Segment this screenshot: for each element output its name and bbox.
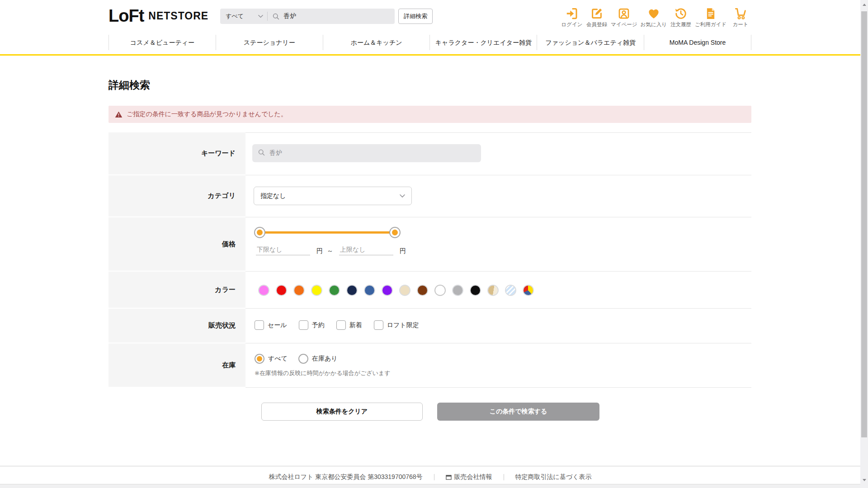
quick-link-label: お気に入り [641,21,667,28]
quick-link-mypage[interactable]: マイページ [611,6,637,28]
sales-status-checkboxes: セール予約新着ロフト限定 [255,320,751,330]
price-min-input[interactable] [256,244,310,255]
quick-link-order-history[interactable]: 注文履歴 [670,6,692,28]
nav-item-3[interactable]: キャラクター・クリエイター雑貨 [429,35,537,50]
checkbox-label: ロフト限定 [387,321,419,329]
keyword-label: キーワード [108,132,245,175]
search-icon [272,13,280,20]
quick-link-label: カート [732,21,748,28]
checkbox-option-0[interactable]: セール [255,320,287,330]
stock-note: ※在庫情報の反映に時間がかかる場合がございます [255,369,751,377]
logo-loft-text: LoFt [108,6,144,26]
error-message-box: ご指定の条件に一致する商品が見つかりませんでした。 [108,106,751,123]
price-slider-min-handle[interactable] [254,227,265,238]
radio-icon [298,354,308,364]
color-swatch-gold[interactable] [487,285,499,296]
header-search-input[interactable] [280,9,395,24]
history-icon [674,6,688,20]
chevron-down-icon [400,194,405,198]
checkbox-icon [374,320,383,330]
price-max-input[interactable] [339,244,393,255]
horizontal-scrollbar[interactable] [0,484,860,488]
radio-label: 在庫あり [312,355,338,363]
footer-inner: 株式会社ロフト 東京都公安委員会 第303319700768号 販売会社情報 特… [0,466,860,481]
checkbox-option-3[interactable]: ロフト限定 [374,320,419,330]
keyword-input[interactable] [265,150,476,157]
logo[interactable]: LoFt NETSTORE [108,6,208,26]
search-divider [267,12,268,21]
quick-link-label: 注文履歴 [670,21,691,28]
scrollbar-down-arrow[interactable] [860,477,868,483]
color-swatch-green[interactable] [329,285,340,296]
color-swatch-black[interactable] [470,285,481,296]
footer-link-commerce-law[interactable]: 特定商取引法に基づく表示 [515,473,592,481]
color-swatch-gray[interactable] [452,285,463,296]
quick-link-register[interactable]: 会員登録 [586,6,608,28]
color-swatch-purple[interactable] [382,285,393,296]
form-row-keyword: キーワード [108,132,751,175]
cart-icon [734,6,747,20]
checkbox-icon [299,320,308,330]
radio-option-0[interactable]: すべて [255,354,288,364]
checkbox-option-1[interactable]: 予約 [299,320,325,330]
quick-link-favorites[interactable]: お気に入り [641,6,667,28]
advanced-search-button[interactable]: 詳細検索 [398,9,433,24]
color-swatches [258,285,751,296]
search-submit-button[interactable]: この条件で検索する [437,403,599,421]
quick-link-label: ログイン [561,21,582,28]
category-select[interactable]: 指定なし [254,187,412,205]
footer-link-company-info[interactable]: 販売会社情報 [446,473,492,481]
checkbox-option-2[interactable]: 新着 [336,320,362,330]
quick-link-label: 会員登録 [586,21,607,28]
radio-option-1[interactable]: 在庫あり [298,354,338,364]
category-label: カテゴリ [108,175,245,217]
category-selected-value: 指定なし [260,192,286,200]
login-icon [565,6,579,20]
quick-link-guide[interactable]: ご利用ガイド [695,6,726,28]
checkbox-icon [255,320,264,330]
color-swatch-white[interactable] [434,285,446,296]
nav-item-1[interactable]: ステーショナリー [216,35,323,50]
color-swatch-pink[interactable] [258,285,269,296]
guide-icon [704,6,717,20]
search-category-value: すべて [226,12,244,20]
color-swatch-yellow[interactable] [311,285,322,296]
nav-item-4[interactable]: ファッション＆バラエティ雑貨 [537,35,644,50]
scrollbar-thumb[interactable] [861,11,867,437]
price-max-unit: 円 [400,247,406,255]
color-swatch-orange[interactable] [293,285,305,296]
footer-separator [434,474,434,480]
color-swatch-navy[interactable] [346,285,358,296]
color-swatch-brown[interactable] [417,285,428,296]
form-row-color: カラー [108,272,751,309]
quick-links: ログイン会員登録マイページお気に入り注文履歴ご利用ガイドカート [561,6,751,28]
price-range-slider [260,227,395,238]
clear-search-button[interactable]: 検索条件をクリア [261,403,423,421]
slider-track [260,231,395,234]
nav-item-0[interactable]: コスメ＆ビューティー [108,35,216,50]
footer-company-text: 株式会社ロフト 東京都公安委員会 第303319700768号 [269,473,422,481]
quick-link-cart[interactable]: カート [730,6,751,28]
chevron-down-icon [258,14,263,18]
advanced-search-form: キーワード カテゴリ 指定なし [108,132,751,388]
footer-separator [504,474,504,480]
color-swatch-beige[interactable] [399,285,410,296]
search-category-dropdown[interactable]: すべて [220,9,267,24]
color-swatch-multicolor[interactable] [523,285,534,296]
form-actions: 検索条件をクリア この条件で検索する [108,403,751,421]
price-label: 価格 [108,217,245,272]
color-label: カラー [108,272,245,309]
color-swatch-red[interactable] [276,285,287,296]
nav-item-2[interactable]: ホーム＆キッチン [323,35,430,50]
color-swatch-blue[interactable] [364,285,375,296]
nav-item-5[interactable]: MoMA Design Store [644,35,751,50]
main-nav: コスメ＆ビューティーステーショナリーホーム＆キッチンキャラクター・クリエイター雑… [108,35,751,50]
vertical-scrollbar[interactable] [860,0,868,488]
quick-link-login[interactable]: ログイン [561,6,583,28]
form-row-sales-status: 販売状況 セール予約新着ロフト限定 [108,309,751,343]
color-swatch-clear[interactable] [505,285,516,296]
price-slider-max-handle[interactable] [389,227,401,238]
header-top: LoFt NETSTORE すべて 詳細検索 ログイン会員登録マイページお気に入… [108,0,751,31]
scrollbar-up-arrow[interactable] [860,1,868,8]
price-range-separator: ～ [327,247,333,255]
